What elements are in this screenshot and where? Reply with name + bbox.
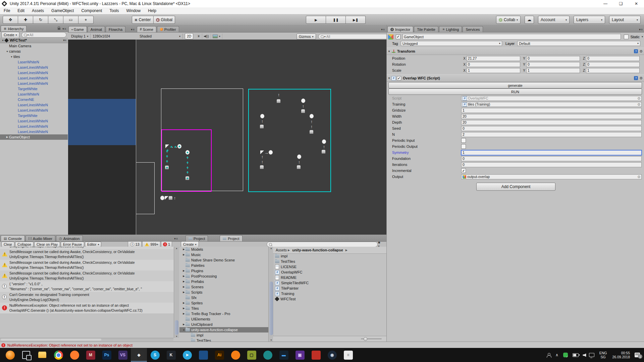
network-icon[interactable] [589,353,594,357]
move-tool[interactable]: ✚ [18,16,33,24]
position-z-field[interactable]: 0 [586,56,640,61]
project-folder-unity-wave-function-collapse[interactable]: ▼unity-wave-function-collapse [179,327,268,333]
file-explorer-slot[interactable] [34,348,50,362]
tab-audio-mixer[interactable]: Audio Mixer [25,235,55,241]
unity-editor-slot[interactable]: ◆ [131,348,147,362]
hierarchy-item-laserlineswhiten[interactable]: LaserLinesWhiteN [0,118,68,124]
notepad[interactable]: ≡ [344,351,353,360]
teal-app-slot[interactable] [260,348,276,362]
console-clear-on-play-button[interactable]: Clear on Play [34,242,60,247]
teal-app[interactable] [263,351,272,360]
step-button[interactable]: ▶❚ [346,16,366,24]
hierarchy-item-main-camera[interactable]: Main Camera [0,43,68,49]
flame-app[interactable] [231,351,240,360]
game-view[interactable] [68,40,136,235]
project-folder-prefabs[interactable]: ▶Prefabs [179,279,268,284]
object-field-script[interactable]: #OverlapWFC⊙ [461,96,642,101]
console-vertical-scrollbar[interactable]: ▲ ▼ [174,247,179,338]
project-folder-uielements[interactable]: UIElements [179,316,268,322]
maximize-button[interactable]: ❏ [613,0,629,7]
rotation-x-field[interactable]: 0 [467,62,520,67]
hierarchy-item-wfctest[interactable]: ▼WFCTest*▾≡ [0,38,68,43]
firefox[interactable] [70,351,79,360]
console-panel-menu-icon[interactable]: ▾≡ [174,237,179,241]
hierarchy-item-laserlineswhiten[interactable]: LaserLinesWhiteN [0,129,68,134]
project-folder-sprites[interactable]: ▶Sprites [179,300,268,306]
help-icon[interactable]: ? [634,76,638,80]
hierarchy-item-targetwhite[interactable]: TargetWhite [0,86,68,92]
asset-simpletiledwfc[interactable]: #SimpleTiledWFC [273,280,386,286]
aspect-selector[interactable]: 1280x1024 [91,34,112,39]
tab-hierarchy[interactable]: Hierarchy [1,25,26,32]
console-row-error[interactable]: !NullReferenceException: Object referenc… [0,303,174,313]
object-field-training[interactable]: #tiles (Training)⊙ [461,102,642,107]
photoshop[interactable]: Ps [102,351,111,360]
menu-gameobject[interactable]: GameObject [48,8,77,13]
static-dropdown-icon[interactable]: ▾ [642,35,643,38]
console-clear-button[interactable]: Clear [1,242,14,247]
tab-game[interactable]: Game [68,26,87,32]
rotation-y-field[interactable]: 0 [526,62,580,67]
lock-icon[interactable] [58,28,60,30]
start-button-slot[interactable] [2,348,18,362]
menu-help[interactable]: Help [144,8,160,13]
console-row-warning[interactable]: SendMessage cannot be called during Awak… [0,270,174,281]
hierarchy-item-tiles[interactable]: ▼tiles [0,54,68,59]
scene-panel-menu-icon[interactable]: ▾≡ [381,28,386,32]
red-app-slot[interactable] [308,348,324,362]
telegram-slot[interactable]: ➤ [179,348,195,362]
project-folder-tiles[interactable]: ▶Tiles [179,306,268,311]
start-button[interactable] [6,351,15,360]
hierarchy-item-laserlineswhiten[interactable]: LaserLinesWhiteN [0,65,68,70]
help-icon[interactable]: ? [634,49,638,53]
maya-slot[interactable]: M [83,348,99,362]
gameobject-name-field[interactable]: GameObject [402,34,621,40]
project-folder-music[interactable]: ▶Music [179,252,268,257]
menu-component[interactable]: Component [77,8,106,13]
pivot-button[interactable]: ▣Center [132,16,154,24]
project-folder-models[interactable]: ▶Models [179,247,268,252]
console-row-info[interactable]: !Can't Generate: no designated Training … [0,292,174,303]
checkbox-incremental[interactable]: ✓ [461,168,466,173]
hand-tool[interactable]: ✥ [3,16,18,24]
generate-button[interactable]: generate [388,82,642,88]
blue-app-slot[interactable] [195,348,211,362]
position-x-field[interactable]: 21.27 [467,56,520,61]
object-field-output[interactable]: output-overlap⊙ [461,174,642,179]
input-gridsize[interactable]: 1 [461,108,642,113]
play-button[interactable]: ▶ [306,16,326,24]
menu-edit[interactable]: Edit [14,8,28,13]
console-horizontal-scrollbar[interactable] [0,338,173,341]
layout-button[interactable]: Layout▾ [609,16,641,24]
tab-animat[interactable]: Animat [88,26,105,32]
gizmos-dropdown[interactable]: Gizmos▾ [297,34,316,40]
console-row-warning[interactable]: SendMessage cannot be called during Awak… [0,249,174,260]
tab-console[interactable]: Console [1,235,25,241]
object-picker-icon[interactable]: ⊙ [638,175,640,179]
notepad-slot[interactable]: ≡ [340,348,356,362]
checkbox-periodic-input[interactable] [461,138,466,143]
object-picker-icon[interactable]: ⊙ [638,103,640,106]
account-button[interactable]: Account▾ [538,16,570,24]
photoshop-slot[interactable]: Ps [99,348,115,362]
checkbox-periodic-output[interactable] [461,144,466,149]
hierarchy-item-laserlineswhiten[interactable]: LaserLinesWhiteN [0,102,68,108]
tab-animation[interactable]: Animation [56,235,83,241]
project-search-input[interactable] [267,242,378,247]
scale-y-field[interactable]: 1 [526,68,580,73]
illustrator[interactable]: Ai [215,351,224,360]
notification-center-icon[interactable]: 1 [635,353,640,357]
hierarchy-item-laserwhiten[interactable]: LaserWhiteN [0,59,68,65]
layer-dropdown[interactable]: Default▾ [517,41,640,46]
panel-menu-icon[interactable]: ▾≡ [58,27,68,32]
krita-slot[interactable]: K [163,348,179,362]
console-error-pause-button[interactable]: Error Pause [61,242,84,247]
console-row-info[interactable]: !{ "version" : "v1.0.0" ,"filenames" : [… [0,281,174,292]
project-folder-plugins[interactable]: ▶Plugins [179,268,268,274]
input-seed[interactable]: 0 [461,126,642,131]
asset-testtiles[interactable]: TestTiles [273,259,386,264]
scene-effects-dropdown[interactable]: ▾ [211,34,222,39]
task-view-button-slot[interactable] [18,348,34,362]
tray-people-icon[interactable] [547,353,551,357]
hierarchy-item-cornerne[interactable]: CornerNE [0,97,68,102]
